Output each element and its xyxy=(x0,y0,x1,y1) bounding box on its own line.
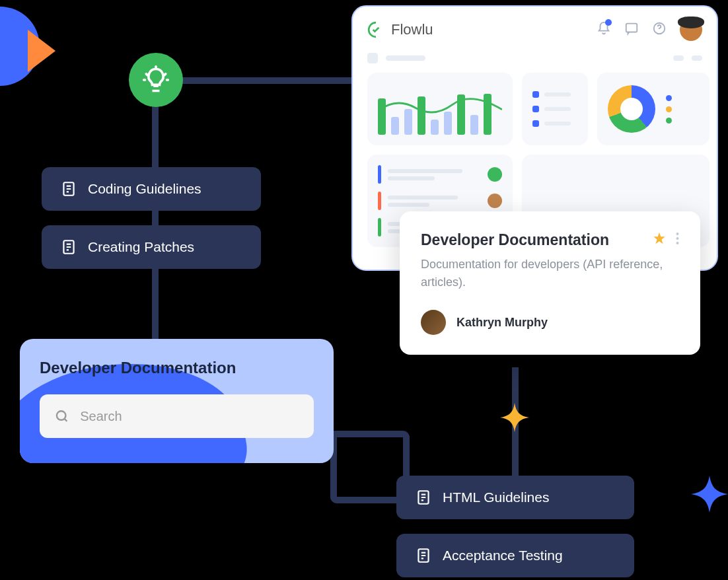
svg-rect-3 xyxy=(626,24,637,32)
doc-icon xyxy=(415,547,432,564)
more-menu-icon[interactable] xyxy=(676,232,679,245)
svg-point-2 xyxy=(57,411,66,420)
doc-item-label: Creating Patches xyxy=(88,239,194,255)
doc-item-acceptance-testing[interactable]: Acceptance Testing xyxy=(396,534,634,577)
search-card: Developer Documentation xyxy=(20,339,334,463)
member-avatar xyxy=(488,167,502,182)
author-avatar xyxy=(421,310,446,335)
donut-chart-icon xyxy=(608,85,655,133)
doc-item-label: Coding Guidelines xyxy=(88,181,201,197)
doc-icon xyxy=(415,489,432,506)
brand-name: Flowlu xyxy=(391,21,433,38)
search-field-wrapper[interactable] xyxy=(40,394,314,438)
chat-icon xyxy=(624,21,639,36)
connector xyxy=(330,431,410,437)
brand-logo: Flowlu xyxy=(367,21,433,38)
lightbulb-icon xyxy=(141,65,170,94)
notification-dot-icon xyxy=(605,19,612,26)
user-avatar[interactable] xyxy=(680,18,702,41)
doc-item-label: Acceptance Testing xyxy=(443,548,563,563)
flowlu-logo-icon xyxy=(367,21,384,38)
chat-button[interactable] xyxy=(624,21,639,38)
doc-item-html-guidelines[interactable]: HTML Guidelines xyxy=(396,476,634,519)
doc-author: Kathryn Murphy xyxy=(421,310,679,335)
svg-point-5 xyxy=(676,233,679,235)
search-card-title: Developer Documentation xyxy=(40,359,314,377)
skeleton xyxy=(367,53,378,63)
help-icon xyxy=(652,21,667,36)
connector xyxy=(152,102,159,347)
line-chart-icon xyxy=(378,91,502,124)
doc-detail-title: Developer Documentation xyxy=(421,231,609,249)
idea-bulb-node xyxy=(129,53,183,107)
svg-point-6 xyxy=(676,237,679,240)
doc-item-creating-patches[interactable]: Creating Patches xyxy=(42,225,261,269)
donut-widget xyxy=(597,73,710,145)
notifications-button[interactable] xyxy=(597,21,611,38)
doc-detail-card: Developer Documentation Documentation fo… xyxy=(400,211,700,355)
doc-item-coding-guidelines[interactable]: Coding Guidelines xyxy=(42,167,261,211)
deco-sparkle-orange xyxy=(500,403,529,435)
chart-widget xyxy=(367,73,513,145)
doc-icon xyxy=(60,180,77,198)
skeleton xyxy=(673,55,684,61)
skeleton xyxy=(386,55,425,61)
search-icon xyxy=(54,408,69,425)
star-icon[interactable] xyxy=(652,231,667,246)
connector xyxy=(178,77,357,84)
author-name: Kathryn Murphy xyxy=(456,316,548,330)
list-widget xyxy=(522,73,588,145)
skeleton xyxy=(692,55,702,61)
svg-point-7 xyxy=(676,242,679,244)
member-avatar xyxy=(488,194,502,208)
doc-icon xyxy=(60,238,77,256)
doc-detail-description: Documentation for developers (API refere… xyxy=(421,256,679,291)
doc-item-label: HTML Guidelines xyxy=(443,489,549,505)
deco-arrow-orange xyxy=(28,30,55,72)
deco-sparkle-blue xyxy=(691,476,728,515)
search-input[interactable] xyxy=(80,409,299,424)
help-button[interactable] xyxy=(652,21,667,38)
